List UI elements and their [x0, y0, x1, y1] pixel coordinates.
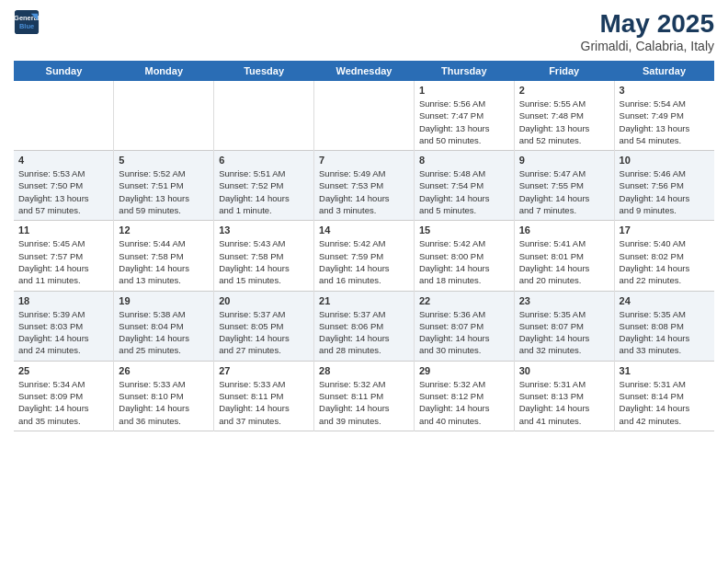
day-info: Sunrise: 5:32 AM Sunset: 8:12 PM Dayligh…: [419, 378, 509, 427]
day-number: 8: [419, 155, 509, 166]
day-number: 2: [519, 85, 609, 96]
cell-w5-d2: 26Sunrise: 5:33 AM Sunset: 8:10 PM Dayli…: [114, 361, 214, 431]
cell-w4-d4: 21Sunrise: 5:37 AM Sunset: 8:06 PM Dayli…: [314, 291, 415, 361]
cell-w3-d6: 16Sunrise: 5:41 AM Sunset: 8:01 PM Dayli…: [514, 221, 614, 291]
day-info: Sunrise: 5:51 AM Sunset: 7:52 PM Dayligh…: [219, 167, 309, 216]
cell-w4-d6: 23Sunrise: 5:35 AM Sunset: 8:07 PM Dayli…: [514, 291, 614, 361]
day-number: 17: [620, 224, 710, 236]
cell-w1-d4: [314, 81, 415, 151]
day-info: Sunrise: 5:49 AM Sunset: 7:53 PM Dayligh…: [319, 167, 409, 216]
cell-w1-d5: 1Sunrise: 5:56 AM Sunset: 7:47 PM Daylig…: [414, 81, 514, 151]
cell-w3-d1: 11Sunrise: 5:45 AM Sunset: 7:57 PM Dayli…: [14, 221, 114, 291]
day-info: Sunrise: 5:37 AM Sunset: 8:05 PM Dayligh…: [219, 308, 309, 357]
day-number: 29: [419, 365, 509, 376]
cell-w2-d3: 6Sunrise: 5:51 AM Sunset: 7:52 PM Daylig…: [214, 151, 314, 221]
calendar-table: Sunday Monday Tuesday Wednesday Thursday…: [14, 61, 714, 431]
day-info: Sunrise: 5:34 AM Sunset: 8:09 PM Dayligh…: [18, 378, 108, 427]
logo: General Blue: [14, 9, 40, 35]
subtitle: Grimaldi, Calabria, Italy: [581, 39, 715, 53]
day-number: 15: [419, 224, 509, 236]
day-number: 24: [620, 295, 710, 306]
day-number: 4: [18, 155, 108, 166]
day-number: 1: [419, 85, 509, 96]
day-info: Sunrise: 5:43 AM Sunset: 7:58 PM Dayligh…: [219, 237, 309, 286]
day-info: Sunrise: 5:39 AM Sunset: 8:03 PM Dayligh…: [18, 308, 108, 357]
day-info: Sunrise: 5:37 AM Sunset: 8:06 PM Dayligh…: [319, 308, 409, 357]
day-info: Sunrise: 5:31 AM Sunset: 8:13 PM Dayligh…: [519, 378, 609, 427]
cell-w3-d2: 12Sunrise: 5:44 AM Sunset: 7:58 PM Dayli…: [114, 221, 214, 291]
day-info: Sunrise: 5:42 AM Sunset: 8:00 PM Dayligh…: [419, 237, 509, 286]
col-tuesday: Tuesday: [214, 61, 314, 81]
day-info: Sunrise: 5:54 AM Sunset: 7:49 PM Dayligh…: [620, 98, 710, 146]
day-info: Sunrise: 5:38 AM Sunset: 8:04 PM Dayligh…: [119, 308, 209, 357]
day-number: 20: [219, 295, 309, 306]
day-number: 7: [319, 155, 409, 166]
day-number: 30: [519, 365, 609, 376]
cell-w5-d7: 31Sunrise: 5:31 AM Sunset: 8:14 PM Dayli…: [614, 361, 714, 431]
col-sunday: Sunday: [14, 61, 114, 81]
day-number: 28: [319, 365, 409, 376]
cell-w2-d7: 10Sunrise: 5:46 AM Sunset: 7:56 PM Dayli…: [614, 151, 714, 221]
day-info: Sunrise: 5:35 AM Sunset: 8:08 PM Dayligh…: [620, 308, 710, 357]
day-info: Sunrise: 5:44 AM Sunset: 7:58 PM Dayligh…: [119, 237, 209, 286]
cell-w2-d2: 5Sunrise: 5:52 AM Sunset: 7:51 PM Daylig…: [114, 151, 214, 221]
day-info: Sunrise: 5:56 AM Sunset: 7:47 PM Dayligh…: [419, 98, 509, 146]
day-info: Sunrise: 5:47 AM Sunset: 7:55 PM Dayligh…: [519, 167, 609, 216]
cell-w5-d5: 29Sunrise: 5:32 AM Sunset: 8:12 PM Dayli…: [414, 361, 514, 431]
cell-w2-d4: 7Sunrise: 5:49 AM Sunset: 7:53 PM Daylig…: [314, 151, 415, 221]
cell-w4-d1: 18Sunrise: 5:39 AM Sunset: 8:03 PM Dayli…: [14, 291, 114, 361]
day-info: Sunrise: 5:41 AM Sunset: 8:01 PM Dayligh…: [519, 237, 609, 286]
day-number: 23: [519, 295, 609, 306]
day-number: 11: [18, 224, 108, 236]
cell-w2-d5: 8Sunrise: 5:48 AM Sunset: 7:54 PM Daylig…: [414, 151, 514, 221]
cell-w3-d7: 17Sunrise: 5:40 AM Sunset: 8:02 PM Dayli…: [614, 221, 714, 291]
week-row-1: 1Sunrise: 5:56 AM Sunset: 7:47 PM Daylig…: [14, 81, 714, 151]
cell-w5-d6: 30Sunrise: 5:31 AM Sunset: 8:13 PM Dayli…: [514, 361, 614, 431]
day-number: 25: [18, 365, 108, 376]
cell-w4-d2: 19Sunrise: 5:38 AM Sunset: 8:04 PM Dayli…: [114, 291, 214, 361]
day-number: 3: [620, 85, 710, 96]
day-info: Sunrise: 5:52 AM Sunset: 7:51 PM Dayligh…: [119, 167, 209, 216]
day-number: 22: [419, 295, 509, 306]
header: General Blue May 2025 Grimaldi, Calabria…: [14, 9, 714, 53]
day-info: Sunrise: 5:53 AM Sunset: 7:50 PM Dayligh…: [18, 167, 108, 216]
day-number: 9: [519, 155, 609, 166]
day-number: 31: [620, 365, 710, 376]
day-number: 27: [219, 365, 309, 376]
title-block: May 2025 Grimaldi, Calabria, Italy: [581, 9, 715, 53]
day-info: Sunrise: 5:33 AM Sunset: 8:11 PM Dayligh…: [219, 378, 309, 427]
day-number: 10: [620, 155, 710, 166]
week-row-3: 11Sunrise: 5:45 AM Sunset: 7:57 PM Dayli…: [14, 221, 714, 291]
day-number: 26: [119, 365, 209, 376]
cell-w5-d1: 25Sunrise: 5:34 AM Sunset: 8:09 PM Dayli…: [14, 361, 114, 431]
day-number: 6: [219, 155, 309, 166]
day-number: 12: [119, 224, 209, 236]
col-wednesday: Wednesday: [314, 61, 415, 81]
day-info: Sunrise: 5:33 AM Sunset: 8:10 PM Dayligh…: [119, 378, 209, 427]
day-info: Sunrise: 5:31 AM Sunset: 8:14 PM Dayligh…: [620, 378, 710, 427]
cell-w1-d1: [14, 81, 114, 151]
cell-w3-d3: 13Sunrise: 5:43 AM Sunset: 7:58 PM Dayli…: [214, 221, 314, 291]
day-info: Sunrise: 5:55 AM Sunset: 7:48 PM Dayligh…: [519, 98, 609, 146]
day-info: Sunrise: 5:48 AM Sunset: 7:54 PM Dayligh…: [419, 167, 509, 216]
cell-w2-d6: 9Sunrise: 5:47 AM Sunset: 7:55 PM Daylig…: [514, 151, 614, 221]
col-friday: Friday: [514, 61, 614, 81]
cell-w3-d5: 15Sunrise: 5:42 AM Sunset: 8:00 PM Dayli…: [414, 221, 514, 291]
day-number: 5: [119, 155, 209, 166]
day-info: Sunrise: 5:42 AM Sunset: 7:59 PM Dayligh…: [319, 237, 409, 286]
day-info: Sunrise: 5:36 AM Sunset: 8:07 PM Dayligh…: [419, 308, 509, 357]
week-row-2: 4Sunrise: 5:53 AM Sunset: 7:50 PM Daylig…: [14, 151, 714, 221]
day-number: 16: [519, 224, 609, 236]
day-info: Sunrise: 5:46 AM Sunset: 7:56 PM Dayligh…: [620, 167, 710, 216]
week-row-5: 25Sunrise: 5:34 AM Sunset: 8:09 PM Dayli…: [14, 361, 714, 431]
cell-w4-d7: 24Sunrise: 5:35 AM Sunset: 8:08 PM Dayli…: [614, 291, 714, 361]
cell-w4-d3: 20Sunrise: 5:37 AM Sunset: 8:05 PM Dayli…: [214, 291, 314, 361]
cell-w3-d4: 14Sunrise: 5:42 AM Sunset: 7:59 PM Dayli…: [314, 221, 415, 291]
day-info: Sunrise: 5:32 AM Sunset: 8:11 PM Dayligh…: [319, 378, 409, 427]
col-saturday: Saturday: [614, 61, 714, 81]
day-info: Sunrise: 5:45 AM Sunset: 7:57 PM Dayligh…: [18, 237, 108, 286]
day-number: 14: [319, 224, 409, 236]
main-title: May 2025: [581, 9, 715, 39]
day-number: 19: [119, 295, 209, 306]
header-row: Sunday Monday Tuesday Wednesday Thursday…: [14, 61, 714, 81]
